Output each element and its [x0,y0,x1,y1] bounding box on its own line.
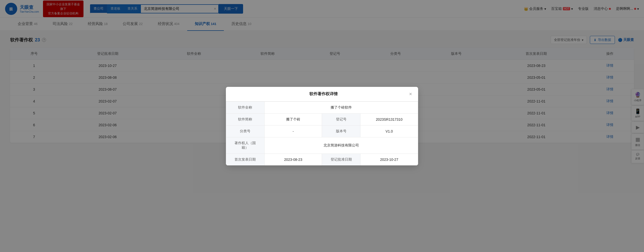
label-author: 著作权人（国籍） [226,137,265,154]
modal-overlay[interactable]: 软件著作权详情 × 软件全称 搬了个砖软件 软件简称 搬了个砖 登记号 2023… [0,0,644,252]
modal-title: 软件著作权详情 [238,91,409,97]
modal-close-button[interactable]: × [409,91,412,96]
label-shortname: 软件简称 [226,113,265,125]
value-fullname: 搬了个砖软件 [264,102,418,113]
label-pubdate: 首次发表日期 [226,154,265,165]
modal-header: 软件著作权详情 × [226,87,418,102]
detail-table: 软件全称 搬了个砖软件 软件简称 搬了个砖 登记号 2023SR1317310 … [226,102,418,165]
label-category: 分类号 [226,125,265,137]
modal-body: 软件全称 搬了个砖软件 软件简称 搬了个砖 登记号 2023SR1317310 … [226,102,418,165]
value-pubdate: 2023-08-23 [264,154,322,165]
detail-row-pubdate: 首次发表日期 2023-08-23 登记批准日期 2023-10-27 [226,154,418,165]
value-shortname: 搬了个砖 [264,113,322,125]
label-version: 版本号 [322,125,360,137]
value-version: V1.0 [360,125,418,137]
detail-row-fullname: 软件全称 搬了个砖软件 [226,102,418,113]
detail-row-category: 分类号 - 版本号 V1.0 [226,125,418,137]
value-author: 北京简游科技有限公司 [264,137,418,154]
value-regdate: 2023-10-27 [360,154,418,165]
label-fullname: 软件全称 [226,102,265,113]
label-regdate: 登记批准日期 [322,154,360,165]
detail-row-shortname: 软件简称 搬了个砖 登记号 2023SR1317310 [226,113,418,125]
label-regno: 登记号 [322,113,360,125]
detail-row-author: 著作权人（国籍） 北京简游科技有限公司 [226,137,418,154]
value-regno: 2023SR1317310 [360,113,418,125]
modal-dialog: 软件著作权详情 × 软件全称 搬了个砖软件 软件简称 搬了个砖 登记号 2023… [226,87,418,165]
value-category: - [264,125,322,137]
